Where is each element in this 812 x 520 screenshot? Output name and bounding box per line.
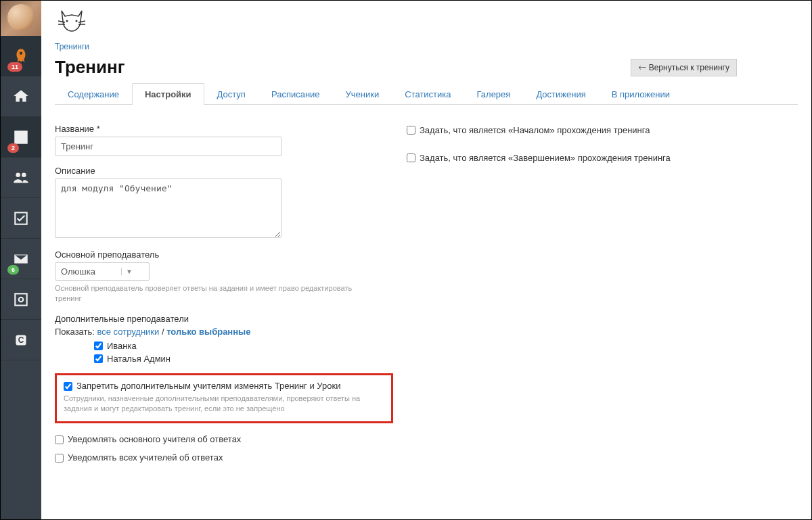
badge-chart: 2 <box>7 143 19 153</box>
tabs: Содержание Настройки Доступ Расписание У… <box>55 83 798 105</box>
name-input[interactable] <box>55 137 281 156</box>
teacher-name-1: Иванка <box>107 341 137 351</box>
arrow-left-icon: 🡐 <box>638 63 646 72</box>
teacher-help: Основной преподаватель проверяет ответы … <box>55 283 366 304</box>
show-label: Показать: <box>55 327 95 337</box>
checkbox-icon <box>12 210 30 227</box>
teacher-item: Наталья Админ <box>94 354 366 364</box>
back-button-label: Вернуться к тренингу <box>649 63 729 72</box>
notify-all-label: Уведомлять всех учителей об ответах <box>68 452 223 463</box>
back-button[interactable]: 🡐 Вернуться к тренингу <box>631 59 737 76</box>
nav-chart[interactable]: 2 <box>1 117 41 158</box>
nav-mail[interactable]: 6 <box>1 239 41 279</box>
restrict-checkbox[interactable] <box>64 382 72 391</box>
show-all-link[interactable]: все сотрудники <box>97 327 160 337</box>
svg-point-6 <box>76 20 78 22</box>
breadcrumb: Тренинги <box>41 39 811 55</box>
notify-main-checkbox[interactable] <box>55 435 64 444</box>
tab-settings[interactable]: Настройки <box>132 83 204 105</box>
start-label: Задать, что является «Началом» прохожден… <box>420 125 650 135</box>
restrict-help: Сотрудники, назначенные дополнительными … <box>64 394 384 415</box>
desc-label: Описание <box>55 166 366 176</box>
svg-rect-1 <box>15 293 26 305</box>
form-right-column: Задать, что является «Началом» прохожден… <box>407 124 798 471</box>
left-sidebar: 11 2 6 C <box>1 1 41 519</box>
safe-icon <box>12 291 30 308</box>
c-icon: C <box>12 331 30 349</box>
teacher-select[interactable]: Олюшка ▼ <box>55 262 150 281</box>
end-label: Задать, что является «Завершением» прохо… <box>420 153 671 163</box>
desc-textarea[interactable]: для модуля "Обучение" <box>55 179 281 238</box>
tab-schedule[interactable]: Расписание <box>258 83 333 105</box>
page-title: Тренинг <box>55 57 125 78</box>
notify-main-label: Уведомлять основного учителя об ответах <box>68 434 241 444</box>
nav-check[interactable] <box>1 198 41 239</box>
restrict-highlight: Запретить дополнительным учителям изменя… <box>55 373 393 423</box>
form-left-column: Название * Описание для модуля "Обучение… <box>55 124 366 471</box>
logo <box>41 1 811 39</box>
name-label: Название * <box>55 124 366 134</box>
restrict-label: Запретить дополнительным учителям изменя… <box>76 381 340 391</box>
teacher-checkbox-2[interactable] <box>94 354 103 363</box>
home-icon <box>12 88 30 105</box>
nav-rocket[interactable]: 11 <box>1 36 41 76</box>
tab-students[interactable]: Ученики <box>333 83 392 105</box>
cat-logo-icon <box>55 7 89 34</box>
teacher-checkbox-1[interactable] <box>94 341 103 350</box>
teacher-filter: Показать: все сотрудники / только выбран… <box>55 327 366 337</box>
chevron-down-icon: ▼ <box>121 268 133 275</box>
users-icon <box>12 169 30 187</box>
tab-content[interactable]: Содержание <box>55 83 132 105</box>
teacher-item: Иванка <box>94 341 366 351</box>
teacher-select-value: Олюшка <box>61 266 95 277</box>
nav-users[interactable] <box>1 158 41 198</box>
tab-in-app[interactable]: В приложении <box>599 83 683 105</box>
badge-mail: 6 <box>7 265 19 275</box>
teacher-name-2: Наталья Админ <box>107 354 171 364</box>
start-checkbox[interactable] <box>407 126 415 135</box>
svg-text:C: C <box>18 335 24 345</box>
breadcrumb-trainings[interactable]: Тренинги <box>55 42 89 51</box>
nav-safe[interactable] <box>1 279 41 320</box>
show-selected-link[interactable]: только выбранные <box>166 327 250 337</box>
nav-c[interactable]: C <box>1 320 41 360</box>
tab-gallery[interactable]: Галерея <box>464 83 524 105</box>
tab-access[interactable]: Доступ <box>204 83 258 105</box>
main-panel: Тренинги Тренинг 🡐 Вернуться к тренингу … <box>41 1 811 519</box>
badge-rocket: 11 <box>7 62 22 72</box>
extra-teachers-label: Дополнительные преподаватели <box>55 314 366 324</box>
svg-point-2 <box>19 297 24 302</box>
end-checkbox[interactable] <box>407 153 415 162</box>
svg-point-5 <box>66 20 68 22</box>
tab-achievements[interactable]: Достижения <box>523 83 598 105</box>
avatar[interactable] <box>1 1 41 36</box>
tab-stats[interactable]: Статистика <box>392 83 464 105</box>
nav-home[interactable] <box>1 76 41 117</box>
notify-all-checkbox[interactable] <box>55 454 64 463</box>
teacher-label: Основной преподаватель <box>55 250 366 260</box>
